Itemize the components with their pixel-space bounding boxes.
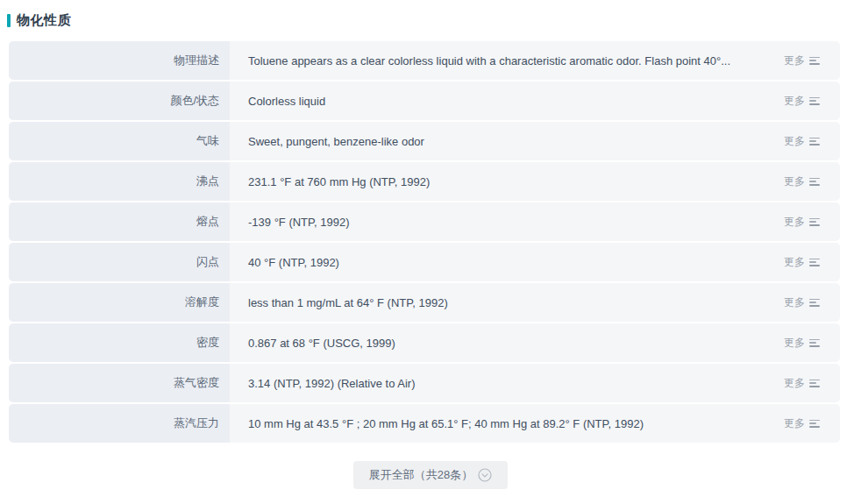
property-value-cell: Sweet, pungent, benzene-like odor 更多 (230, 122, 840, 160)
property-row: 颜色/状态 Colorless liquid 更多 (9, 82, 840, 120)
list-lines-icon (809, 57, 821, 65)
more-link-label: 更多 (784, 174, 805, 189)
property-row: 蒸气密度 3.14 (NTP, 1992) (Relative to Air) … (9, 364, 840, 402)
property-value: less than 1 mg/mL at 64° F (NTP, 1992) (230, 296, 784, 309)
property-table: 物理描述 Toluene appears as a clear colorles… (9, 41, 840, 443)
property-row: 溶解度 less than 1 mg/mL at 64° F (NTP, 199… (9, 283, 840, 322)
more-link-label: 更多 (784, 295, 805, 310)
more-link-label: 更多 (784, 134, 805, 149)
property-row: 沸点 231.1 °F at 760 mm Hg (NTP, 1992) 更多 (9, 162, 840, 201)
list-lines-icon (809, 339, 821, 347)
expand-all-button[interactable]: 展开全部（共28条） (353, 461, 508, 489)
more-link[interactable]: 更多 (784, 255, 840, 270)
property-value-cell: 0.867 at 68 °F (USCG, 1999) 更多 (230, 323, 840, 362)
property-value-cell: less than 1 mg/mL at 64° F (NTP, 1992) 更… (230, 283, 840, 322)
property-value: 40 °F (NTP, 1992) (230, 256, 784, 269)
property-label: 颜色/状态 (9, 82, 230, 120)
section-title: 物化性质 (17, 12, 71, 29)
list-lines-icon (809, 259, 821, 266)
property-row: 密度 0.867 at 68 °F (USCG, 1999) 更多 (9, 323, 840, 362)
more-link[interactable]: 更多 (784, 53, 840, 68)
list-lines-icon (809, 138, 821, 146)
more-link[interactable]: 更多 (784, 94, 840, 109)
property-row: 气味 Sweet, pungent, benzene-like odor 更多 (9, 122, 840, 160)
property-value: 10 mm Hg at 43.5 °F ; 20 mm Hg at 65.1° … (230, 417, 784, 430)
property-label: 沸点 (9, 162, 230, 201)
property-row: 蒸汽压力 10 mm Hg at 43.5 °F ; 20 mm Hg at 6… (9, 404, 840, 443)
more-link[interactable]: 更多 (784, 174, 840, 189)
property-label: 蒸汽压力 (9, 404, 230, 443)
more-link-label: 更多 (784, 94, 805, 109)
property-label: 溶解度 (9, 283, 230, 322)
property-row: 熔点 -139 °F (NTP, 1992) 更多 (9, 202, 840, 241)
property-value: 3.14 (NTP, 1992) (Relative to Air) (230, 377, 784, 390)
property-label: 物理描述 (9, 41, 230, 80)
property-label: 熔点 (9, 202, 230, 241)
list-lines-icon (809, 178, 821, 186)
more-link-label: 更多 (784, 215, 805, 230)
expand-all-label: 展开全部（共28条） (369, 467, 473, 483)
more-link[interactable]: 更多 (784, 134, 840, 149)
list-lines-icon (809, 97, 821, 105)
property-value-cell: Colorless liquid 更多 (230, 82, 840, 120)
list-lines-icon (809, 380, 821, 387)
more-link[interactable]: 更多 (784, 336, 840, 351)
property-value-cell: Toluene appears as a clear colorless liq… (230, 41, 840, 80)
property-label: 密度 (9, 323, 230, 362)
list-lines-icon (809, 218, 821, 226)
property-value-cell: -139 °F (NTP, 1992) 更多 (230, 202, 840, 241)
property-value: Sweet, pungent, benzene-like odor (230, 135, 784, 148)
property-value: 231.1 °F at 760 mm Hg (NTP, 1992) (230, 175, 784, 188)
property-value-cell: 3.14 (NTP, 1992) (Relative to Air) 更多 (230, 364, 840, 402)
more-link[interactable]: 更多 (784, 376, 840, 391)
property-value: -139 °F (NTP, 1992) (230, 216, 784, 229)
property-value: Toluene appears as a clear colorless liq… (230, 54, 784, 67)
section-header: 物化性质 (7, 12, 861, 28)
property-label: 气味 (9, 122, 230, 160)
property-value: Colorless liquid (230, 95, 784, 108)
property-value-cell: 231.1 °F at 760 mm Hg (NTP, 1992) 更多 (230, 162, 840, 201)
more-link-label: 更多 (784, 416, 805, 431)
more-link[interactable]: 更多 (784, 215, 840, 230)
more-link-label: 更多 (784, 336, 805, 351)
property-label: 蒸气密度 (9, 364, 230, 402)
property-value-cell: 40 °F (NTP, 1992) 更多 (230, 243, 840, 281)
property-value: 0.867 at 68 °F (USCG, 1999) (230, 337, 784, 350)
property-value-cell: 10 mm Hg at 43.5 °F ; 20 mm Hg at 65.1° … (230, 404, 840, 443)
section-accent-bar (7, 14, 11, 27)
property-row: 闪点 40 °F (NTP, 1992) 更多 (9, 243, 840, 281)
more-link-label: 更多 (784, 376, 805, 391)
more-link[interactable]: 更多 (784, 416, 840, 431)
more-link-label: 更多 (784, 53, 805, 68)
more-link-label: 更多 (784, 255, 805, 270)
list-lines-icon (809, 299, 821, 307)
property-row: 物理描述 Toluene appears as a clear colorles… (9, 41, 840, 80)
chevron-down-circle-icon (478, 468, 492, 482)
property-label: 闪点 (9, 243, 230, 281)
footer: 展开全部（共28条） (0, 461, 861, 489)
more-link[interactable]: 更多 (784, 295, 840, 310)
list-lines-icon (809, 420, 821, 428)
